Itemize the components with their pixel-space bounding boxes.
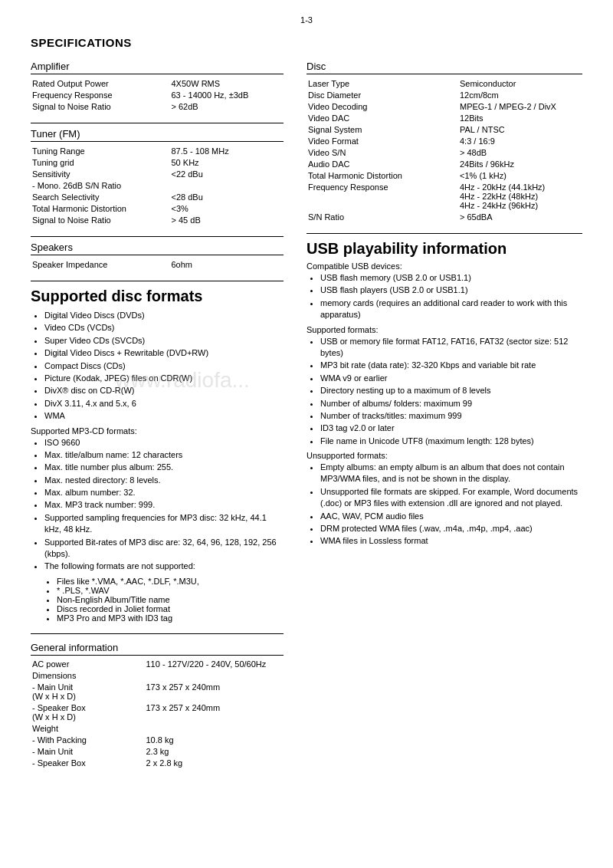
table-row: Signal to Noise Ratio> 62dB [31, 100, 284, 112]
list-item: Empty albums: an empty album is an album… [320, 462, 582, 485]
table-row: - Main Unit2.3 kg [31, 746, 284, 758]
speakers-section: Speakers Speaker Impedance6ohm [31, 242, 284, 270]
table-row: Video DecodingMPEG-1 / MPEG-2 / DivX [306, 100, 582, 112]
table-row: Frequency Response63 - 14000 Hz, ±3dB [31, 89, 284, 100]
list-item: Number of albums/ folders: maximum 99 [320, 398, 582, 409]
list-item: Video CDs (VCDs) [44, 322, 284, 334]
table-row: Audio DAC24Bits / 96kHz [306, 158, 582, 169]
table-row: - Main Unit(W x H x D)173 x 257 x 240mm [31, 682, 284, 702]
list-item: Directory nesting up to a maximum of 8 l… [320, 385, 582, 396]
table-row: - Speaker Box(W x H x D)173 x 257 x 240m… [31, 702, 284, 723]
list-item: Max. MP3 track number: 999. [44, 499, 284, 511]
unsupported-label: Unsupported formats: [306, 451, 582, 460]
list-item: Max. album number: 32. [44, 487, 284, 498]
list-item: Compact Discs (CDs) [44, 360, 284, 372]
table-row: Video S/N> 48dB [306, 146, 582, 158]
list-item: DRM protected WMA files (.wav, .m4a, .m4… [320, 523, 582, 534]
page-number: 1-3 [31, 15, 582, 25]
table-row: Dimensions [31, 670, 284, 682]
table-row: Sensitivity<22 dBu [31, 168, 284, 179]
list-item: Max. title number plus album: 255. [44, 462, 284, 473]
amplifier-section: Amplifier Rated Output Power4X50W RMSFre… [31, 61, 284, 112]
table-row: - Mono. 26dB S/N Ratio [31, 179, 284, 191]
table-row: Video DAC12Bits [306, 112, 582, 123]
table-row: Total Harmonic Distortion<1% (1 kHz) [306, 169, 582, 181]
table-row: Frequency Response4Hz - 20kHz (44.1kHz)4… [306, 181, 582, 211]
table-row: Tuning grid50 KHz [31, 156, 284, 168]
mp3-format-list: ISO 9660Max. title/album name: 12 charac… [31, 437, 284, 573]
list-item: Max. title/album name: 12 characters [44, 449, 284, 461]
list-item: * .PLS, *.WAV [57, 586, 284, 595]
list-item: AAC, WAV, PCM audio files [320, 511, 582, 522]
list-item: ID3 tag v2.0 or later [320, 422, 582, 434]
tuner-table: Tuning Range87.5 - 108 MHzTuning grid50 … [31, 145, 284, 225]
list-item: memory cards (requires an additional car… [320, 298, 582, 321]
table-row: AC power110 - 127V/220 - 240V, 50/60Hz [31, 659, 284, 670]
list-item: Number of tracks/titles: maximum 999 [320, 410, 582, 422]
mp3-label: Supported MP3-CD formats: [31, 426, 284, 436]
list-item: WMA v9 or earlier [320, 373, 582, 384]
amplifier-table: Rated Output Power4X50W RMSFrequency Res… [31, 77, 284, 112]
list-item: Digital Video Discs + Rewritable (DVD+RW… [44, 347, 284, 359]
list-item: Supported sampling frequencies for MP3 d… [44, 512, 284, 536]
list-item: Max. nested directory: 8 levels. [44, 475, 284, 486]
table-row: - Speaker Box2 x 2.8 kg [31, 758, 284, 769]
supported-formats-list: USB or memory file format FAT12, FAT16, … [306, 336, 582, 448]
table-row: Search Selectivity<28 dBu [31, 191, 284, 202]
table-row: - With Packing10.8 kg [31, 735, 284, 746]
tuner-section: Tuner (FM) Tuning Range87.5 - 108 MHzTun… [31, 128, 284, 225]
table-row: Total Harmonic Distortion<3% [31, 202, 284, 214]
speakers-header: Speakers [31, 242, 284, 255]
unsupported-formats-list: Empty albums: an empty album is an album… [306, 462, 582, 547]
list-item: USB or memory file format FAT12, FAT16, … [320, 336, 582, 360]
disc-header: Disc [306, 61, 582, 74]
page-title: SPECIFICATIONS [31, 36, 582, 49]
disc-table: Laser TypeSemiconductorDisc Diameter12cm… [306, 77, 582, 222]
disc-format-list: Digital Video Discs (DVDs)Video CDs (VCD… [31, 310, 284, 422]
speakers-table: Speaker Impedance6ohm [31, 258, 284, 270]
table-row: Disc Diameter12cm/8cm [306, 89, 582, 100]
not-supported-list: Files like *.VMA, *.AAC, *.DLF, *.M3U,* … [31, 577, 284, 623]
list-item: ISO 9660 [44, 437, 284, 449]
supported-label: Supported formats: [306, 325, 582, 334]
list-item: The following formats are not supported: [44, 561, 284, 572]
general-info-table: AC power110 - 127V/220 - 240V, 50/60HzDi… [31, 659, 284, 769]
tuner-header: Tuner (FM) [31, 128, 284, 142]
list-item: MP3 Pro and MP3 with ID3 tag [57, 613, 284, 623]
table-row: Video Format4:3 / 16:9 [306, 135, 582, 146]
compatible-label: Compatible USB devices: [306, 261, 582, 271]
list-item: Unsupported file formats are skipped. Fo… [320, 486, 582, 510]
table-row: Rated Output Power4X50W RMS [31, 77, 284, 89]
list-item: WMA [44, 410, 284, 422]
supported-disc-section: Supported disc formats Digital Video Dis… [31, 288, 284, 623]
disc-section: Disc Laser TypeSemiconductorDisc Diamete… [306, 61, 582, 222]
list-item: Discs recorded in Joliet format [57, 604, 284, 613]
list-item: USB flash memory (USB 2.0 or USB1.1) [320, 272, 582, 284]
table-row: Tuning Range87.5 - 108 MHz [31, 145, 284, 156]
list-item: Digital Video Discs (DVDs) [44, 310, 284, 321]
list-item: Non-English Album/Title name [57, 595, 284, 604]
table-row: Signal to Noise Ratio> 45 dB [31, 214, 284, 225]
list-item: USB flash players (USB 2.0 or USB1.1) [320, 284, 582, 296]
usb-title: USB playability information [306, 240, 582, 258]
list-item: Picture (Kodak, JPEG) files on CDR(W) [44, 373, 284, 384]
list-item: MP3 bit rate (data rate): 32-320 Kbps an… [320, 360, 582, 371]
list-item: DivX® disc on CD-R(W) [44, 385, 284, 396]
usb-section: USB playability information Compatible U… [306, 240, 582, 547]
compatible-list: USB flash memory (USB 2.0 or USB1.1)USB … [306, 272, 582, 321]
list-item: Files like *.VMA, *.AAC, *.DLF, *.M3U, [57, 577, 284, 586]
amplifier-header: Amplifier [31, 61, 284, 74]
list-item: Super Video CDs (SVCDs) [44, 335, 284, 347]
table-row: S/N Ratio> 65dBA [306, 211, 582, 222]
list-item: WMA files in Lossless format [320, 535, 582, 547]
table-row: Laser TypeSemiconductor [306, 77, 582, 89]
table-row: Weight [31, 723, 284, 735]
general-info-header: General information [31, 642, 284, 656]
list-item: Supported Bit-rates of MP3 disc are: 32,… [44, 537, 284, 561]
list-item: DivX 3.11, 4.x and 5.x, 6 [44, 398, 284, 409]
table-row: Signal SystemPAL / NTSC [306, 123, 582, 135]
general-info-section: General information AC power110 - 127V/2… [31, 642, 284, 769]
list-item: File name in Unicode UTF8 (maximum lengt… [320, 436, 582, 447]
table-row: Speaker Impedance6ohm [31, 258, 284, 270]
supported-disc-title: Supported disc formats [31, 288, 284, 305]
